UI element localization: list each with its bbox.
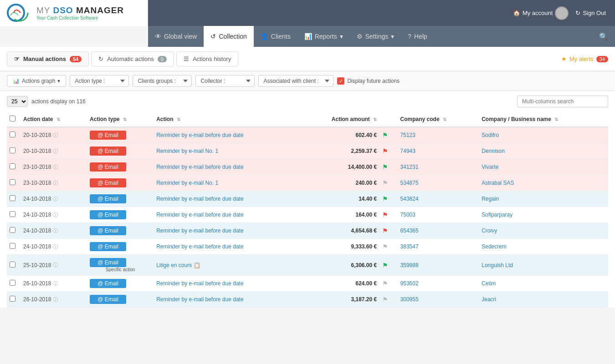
associated-client-select[interactable]: Associated with client : bbox=[258, 75, 333, 87]
row-checkbox-cell[interactable] bbox=[7, 159, 20, 175]
action-link[interactable]: Reminder by e-mail before due date bbox=[156, 296, 243, 303]
action-type-button[interactable]: @ Email bbox=[90, 279, 126, 288]
row-checkbox-cell[interactable] bbox=[7, 143, 20, 159]
row-checkbox[interactable] bbox=[10, 280, 15, 286]
company-code-link[interactable]: 75003 bbox=[400, 212, 415, 218]
company-name-link[interactable]: Sodifro bbox=[482, 132, 499, 138]
action-link[interactable]: Reminder by e-mail before due date bbox=[156, 196, 243, 202]
info-icon[interactable]: ⓘ bbox=[53, 148, 58, 155]
company-code-link[interactable]: 534875 bbox=[400, 180, 419, 186]
info-icon[interactable]: ⓘ bbox=[53, 132, 58, 139]
row-checkbox[interactable] bbox=[10, 131, 15, 137]
row-checkbox-cell[interactable] bbox=[7, 207, 20, 223]
company-code-link[interactable]: 953602 bbox=[400, 280, 419, 287]
row-checkbox-cell[interactable] bbox=[7, 292, 20, 308]
search-nav[interactable]: 🔍 bbox=[592, 26, 615, 47]
sort-amount-icon[interactable]: ⇅ bbox=[373, 117, 377, 122]
action-type-button[interactable]: @ Email bbox=[90, 258, 126, 267]
row-checkbox-cell[interactable] bbox=[7, 127, 20, 143]
tab-actions-history[interactable]: ☰ Actions history bbox=[176, 51, 239, 66]
info-icon[interactable]: ⓘ bbox=[53, 164, 58, 171]
company-name-link[interactable]: Jeacri bbox=[482, 296, 496, 303]
action-link[interactable]: Reminder by e-mail No. 1 bbox=[156, 148, 218, 154]
company-code-link[interactable]: 75123 bbox=[400, 132, 415, 138]
action-type-select[interactable]: Action type : bbox=[70, 75, 129, 87]
info-icon[interactable]: ⓘ bbox=[53, 212, 58, 218]
my-account-link[interactable]: 🏠 My account bbox=[513, 6, 569, 20]
page-size-select[interactable]: 25 bbox=[7, 96, 28, 107]
action-link[interactable]: Reminder by e-mail before due date bbox=[156, 280, 243, 287]
select-all-header[interactable] bbox=[7, 112, 20, 127]
display-future-checkbox[interactable]: ✓ bbox=[337, 77, 344, 85]
nav-help[interactable]: ? Help bbox=[401, 26, 434, 47]
company-code-link[interactable]: 359988 bbox=[400, 262, 419, 268]
row-checkbox[interactable] bbox=[10, 147, 15, 153]
sort-type-icon[interactable]: ⇅ bbox=[123, 117, 127, 122]
action-type-button[interactable]: @ Email bbox=[90, 226, 126, 235]
action-type-button[interactable]: @ Email bbox=[90, 131, 126, 140]
info-icon[interactable]: ⓘ bbox=[53, 196, 58, 202]
company-code-link[interactable]: 300955 bbox=[400, 296, 419, 303]
info-icon[interactable]: ⓘ bbox=[53, 280, 58, 287]
action-link[interactable]: Reminder by e-mail No. 1 bbox=[156, 180, 218, 186]
action-type-button[interactable]: @ Email bbox=[90, 194, 126, 203]
action-link[interactable]: Reminder by e-mail before due date bbox=[156, 228, 243, 234]
search-input[interactable] bbox=[517, 96, 608, 107]
row-checkbox-cell[interactable] bbox=[7, 175, 20, 191]
row-checkbox[interactable] bbox=[10, 262, 15, 268]
action-type-button[interactable]: @ Email bbox=[90, 162, 126, 172]
my-alerts-tab[interactable]: ★ My alerts 34 bbox=[561, 56, 608, 62]
info-icon[interactable]: ⓘ bbox=[53, 243, 58, 250]
tab-automatic-actions[interactable]: ↻ Automatic actions 0 bbox=[91, 51, 174, 66]
row-checkbox[interactable] bbox=[10, 243, 15, 249]
row-checkbox-cell[interactable] bbox=[7, 239, 20, 255]
action-link[interactable]: Reminder by e-mail before due date bbox=[156, 243, 243, 250]
company-name-link[interactable]: Regain bbox=[482, 196, 499, 202]
nav-collection[interactable]: ↺ Collection bbox=[204, 26, 253, 47]
company-code-link[interactable]: 74943 bbox=[400, 148, 415, 154]
company-code-link[interactable]: 654365 bbox=[400, 228, 419, 234]
action-type-button[interactable]: @ Email bbox=[90, 147, 126, 156]
action-type-button[interactable]: @ Email bbox=[90, 210, 126, 219]
company-code-link[interactable]: 341231 bbox=[400, 164, 419, 170]
nav-settings[interactable]: ⚙ Settings ▾ bbox=[350, 26, 401, 47]
company-name-link[interactable]: Dennison bbox=[482, 148, 505, 154]
clients-groups-select[interactable]: Clients groups : bbox=[133, 75, 192, 87]
info-icon[interactable]: ⓘ bbox=[53, 296, 58, 303]
row-checkbox[interactable] bbox=[10, 163, 15, 169]
nav-global-view[interactable]: 👁 Global view bbox=[148, 26, 204, 47]
info-icon[interactable]: ⓘ bbox=[53, 262, 58, 268]
sort-action-icon[interactable]: ⇅ bbox=[177, 117, 180, 122]
action-link[interactable]: Litige en cours 📋 bbox=[156, 262, 200, 268]
action-type-button[interactable]: @ Email bbox=[90, 242, 126, 251]
sort-company-icon[interactable]: ⇅ bbox=[554, 117, 558, 122]
company-name-link[interactable]: Cetim bbox=[482, 280, 496, 287]
action-link[interactable]: Reminder by e-mail before due date bbox=[156, 132, 243, 138]
action-link[interactable]: Reminder by e-mail before due date bbox=[156, 212, 243, 218]
info-icon[interactable]: ⓘ bbox=[53, 180, 58, 187]
sort-date-icon[interactable]: ⇅ bbox=[56, 117, 60, 122]
info-icon[interactable]: ⓘ bbox=[53, 228, 58, 234]
nav-clients[interactable]: 👤 Clients bbox=[254, 26, 297, 47]
tab-manual-actions[interactable]: ☞ Manual actions 54 bbox=[7, 51, 89, 66]
row-checkbox[interactable] bbox=[10, 195, 15, 201]
sign-out-link[interactable]: ↻ Sign Out bbox=[575, 10, 606, 16]
row-checkbox[interactable] bbox=[10, 296, 15, 302]
company-name-link[interactable]: Astrabal SAS bbox=[482, 180, 514, 186]
company-name-link[interactable]: Vivarte bbox=[482, 164, 498, 170]
company-code-link[interactable]: 543824 bbox=[400, 196, 419, 202]
collector-select[interactable]: Collector : bbox=[195, 75, 255, 87]
company-name-link[interactable]: Longuish Ltd bbox=[482, 262, 513, 268]
company-name-link[interactable]: Sofiparparay bbox=[482, 212, 512, 218]
action-link[interactable]: Reminder by e-mail before due date bbox=[156, 164, 243, 170]
row-checkbox-cell[interactable] bbox=[7, 223, 20, 239]
row-checkbox[interactable] bbox=[10, 179, 15, 185]
row-checkbox[interactable] bbox=[10, 227, 15, 233]
company-code-link[interactable]: 383547 bbox=[400, 243, 419, 250]
sort-code-icon[interactable]: ⇅ bbox=[443, 117, 446, 122]
row-checkbox-cell[interactable] bbox=[7, 255, 20, 276]
row-checkbox-cell[interactable] bbox=[7, 276, 20, 292]
nav-reports[interactable]: 📊 Reports ▾ bbox=[297, 26, 350, 47]
company-name-link[interactable]: Croivy bbox=[482, 228, 497, 234]
row-checkbox[interactable] bbox=[10, 211, 15, 217]
